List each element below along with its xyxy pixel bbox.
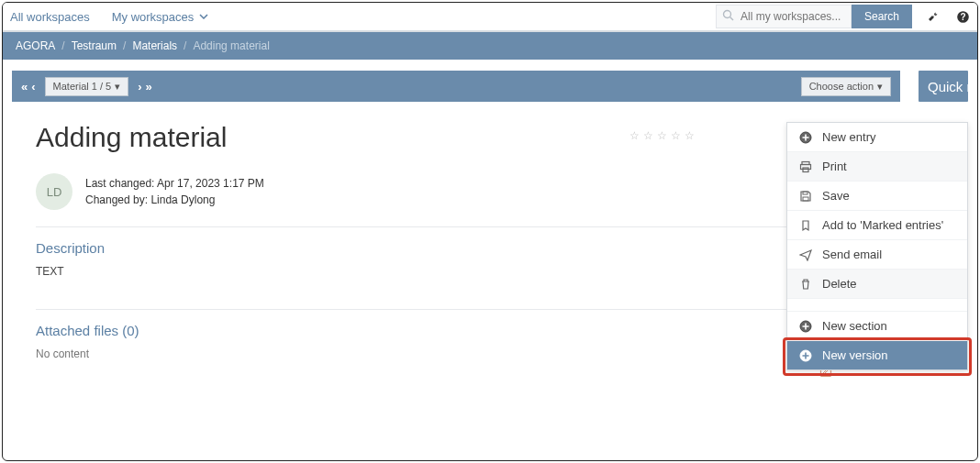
help-icon[interactable]: ? [956,10,970,24]
menu-label: New version [822,348,888,362]
breadcrumb: AGORA / Testraum / Materials / Adding ma… [3,32,977,60]
menu-label: New section [822,319,887,333]
caret-down-icon: ▾ [115,81,120,93]
svg-rect-7 [803,168,808,172]
nav-prev-icons[interactable]: «‹ [21,80,36,94]
page-title: Adding material [36,122,876,153]
material-selector-label: Material 1 / 5 [53,81,112,92]
crumb-agora[interactable]: AGORA [16,39,55,52]
changed-by-text: Changed by: Linda Dylong [85,192,264,208]
divider [36,226,876,227]
search-input[interactable] [741,10,851,23]
menu-new-entry[interactable]: New entry [787,123,967,152]
top-bar: All workspaces My workspaces Search ? [3,3,977,32]
menu-label: Save [822,189,850,203]
plus-circle-icon [798,320,813,333]
divider [36,309,876,310]
menu-label: New entry [822,130,876,144]
panel-header: «‹ Material 1 / 5 ▾ ›» Choose action ▾ [12,71,900,102]
crumb-current: Adding material [193,39,269,52]
trash-icon [798,278,813,291]
rating-stars[interactable]: ☆☆☆☆☆ [629,129,698,142]
avatar: LD [36,173,72,210]
plus-circle-icon [798,131,813,144]
svg-rect-6 [801,164,811,169]
tab-my-workspaces[interactable]: My workspaces [112,10,209,24]
save-icon [798,190,813,203]
menu-send-email[interactable]: Send email [787,240,967,270]
menu-save[interactable]: Save [787,182,967,211]
svg-point-0 [724,11,731,18]
menu-new-version[interactable]: New version [787,341,967,369]
menu-print[interactable]: Print [787,152,967,182]
choose-action-button[interactable]: Choose action ▾ [801,77,891,96]
tab-all-workspaces[interactable]: All workspaces [10,10,90,24]
menu-new-section[interactable]: New section [787,312,967,341]
menu-label: Send email [822,248,882,261]
search-icon [717,9,741,24]
bookmark-icon [798,219,813,232]
search-button[interactable]: Search [852,5,912,28]
tab-my-workspaces-label: My workspaces [112,10,195,24]
menu-label: Add to 'Marked entries' [822,218,943,232]
action-menu: New entry Print Save Add to 'Marked entr… [786,122,968,370]
section-description-title: Description [36,240,876,256]
print-icon [798,160,813,173]
svg-text:?: ? [960,12,965,22]
crumb-materials[interactable]: Materials [132,39,177,52]
menu-label: Print [822,160,847,173]
main-panel: «‹ Material 1 / 5 ▾ ›» Choose action ▾ A… [12,71,900,369]
caret-down-icon: ▾ [877,81,883,93]
plus-circle-icon [798,349,813,362]
nav-next-icons[interactable]: ›» [138,80,152,94]
menu-gap [787,299,967,312]
wrench-icon[interactable] [927,10,940,23]
section-files-title: Attached files (0) [36,323,876,338]
svg-rect-8 [803,192,807,194]
chevron-down-icon [199,14,208,19]
send-icon [798,248,813,261]
choose-action-label: Choose action [809,81,874,92]
description-content: TEXT [36,265,876,278]
menu-add-marked[interactable]: Add to 'Marked entries' [787,211,967,240]
crumb-testraum[interactable]: Testraum [72,39,117,52]
last-changed-text: Last changed: Apr 17, 2023 1:17 PM [85,175,264,192]
search-box [716,5,852,28]
quick-nav-header[interactable]: Quick n [919,71,968,102]
menu-label: Delete [822,277,857,291]
files-no-content: No content [36,347,876,360]
svg-rect-9 [803,197,808,201]
menu-delete[interactable]: Delete [787,270,967,299]
svg-line-1 [730,17,734,21]
material-selector[interactable]: Material 1 / 5 ▾ [45,77,129,96]
